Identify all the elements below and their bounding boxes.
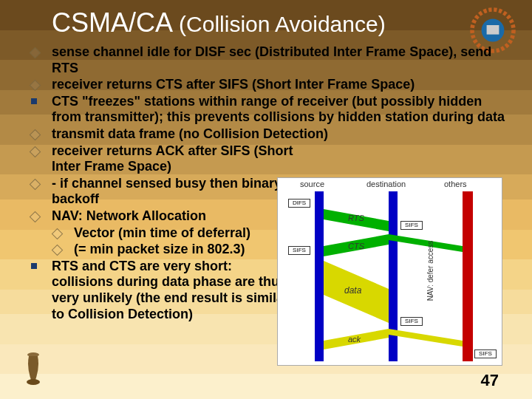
title-main: CSMA/CA — [52, 7, 171, 38]
data-label: data — [344, 285, 362, 296]
rts-label: RTS — [348, 214, 364, 222]
message-arrows: RTS CTS data ack — [278, 178, 502, 365]
bullet-item-2: CTS "freezes" stations within range of r… — [22, 94, 510, 126]
page-number: 47 — [481, 371, 499, 390]
bullet-item-0: sense channel idle for DISF sec (Distrib… — [22, 44, 510, 76]
bullet-item-1: receiver returns CTS after SIFS (Short I… — [22, 77, 510, 93]
bullet-item-3: transmit data frame (no Collision Detect… — [22, 126, 510, 143]
urn-icon — [22, 349, 44, 386]
bullet-item-7: Vector (min time of deferral) — [22, 225, 296, 242]
ack-label: ack — [348, 335, 361, 344]
bullet-item-5: - if channel sensed busy then binary bac… — [22, 176, 296, 208]
bullet-item-4: receiver returns ACK after SIFS (Short I… — [22, 143, 296, 175]
svg-marker-5 — [389, 234, 463, 252]
title-paren: (Collision Avoidance) — [179, 12, 386, 36]
timing-diagram: source destination others DIFS SIFS SIFS… — [277, 177, 502, 366]
bullet-item-9: RTS and CTS are very short: collisions d… — [22, 259, 296, 322]
nav-label: NAV: defer access — [427, 241, 435, 301]
cts-label: CTS — [348, 242, 365, 250]
bullet-item-6: NAV: Network Allocation — [22, 208, 296, 225]
svg-rect-2 — [487, 25, 499, 35]
bullet-item-8: (= min packet size in 802.3) — [22, 242, 296, 258]
svg-point-10 — [27, 379, 40, 385]
svg-marker-8 — [389, 329, 463, 347]
